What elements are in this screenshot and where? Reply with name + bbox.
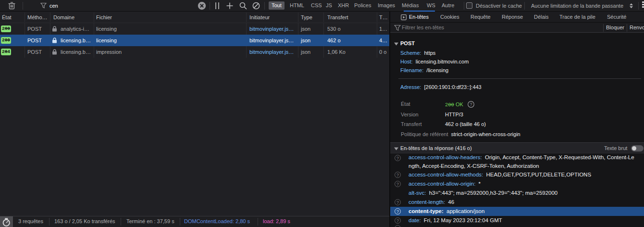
svg-text:?: ?: [470, 102, 472, 107]
